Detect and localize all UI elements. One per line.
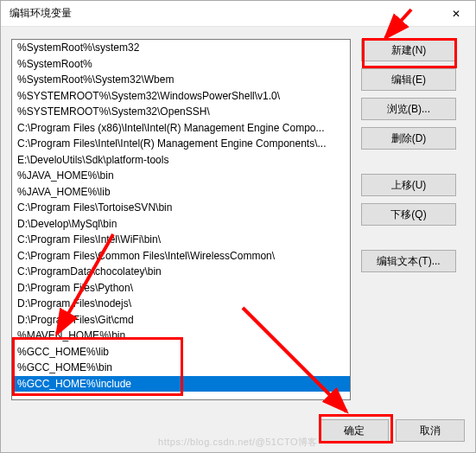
list-item[interactable]: D:\Program Files\nodejs\: [12, 296, 350, 312]
edit-text-button-label: 编辑文本(T)...: [377, 254, 440, 269]
cancel-button-label: 取消: [420, 424, 441, 438]
list-item[interactable]: D:\Program Files\Python\: [12, 280, 350, 297]
dialog-footer: 确定 取消: [320, 419, 465, 442]
list-item[interactable]: D:\Program Files\Git\cmd: [12, 312, 350, 329]
close-button[interactable]: ✕: [437, 1, 475, 27]
move-down-button[interactable]: 下移(Q): [361, 203, 456, 226]
list-item[interactable]: %SystemRoot%\system32: [12, 40, 350, 56]
list-item[interactable]: %GCC_HOME%\lib: [12, 344, 350, 360]
list-item[interactable]: %MAVEN_HOME%\bin: [12, 328, 350, 344]
list-item[interactable]: E:\DeveloUtils\Sdk\platform-tools: [12, 152, 350, 169]
path-listbox[interactable]: %SystemRoot%\system32%SystemRoot%%System…: [11, 39, 351, 400]
delete-button[interactable]: 删除(D): [361, 127, 456, 150]
titlebar: 编辑环境变量 ✕: [1, 1, 475, 27]
edit-button-label: 编辑(E): [391, 73, 426, 87]
new-button[interactable]: 新建(N): [361, 39, 456, 61]
window-title: 编辑环境变量: [10, 6, 72, 21]
edit-text-button[interactable]: 编辑文本(T)...: [361, 250, 456, 272]
list-item[interactable]: %SYSTEMROOT%\System32\OpenSSH\: [12, 104, 350, 120]
button-sidebar: 新建(N) 编辑(E) 浏览(B)... 删除(D) 上移(U) 下移(Q) 编…: [361, 39, 456, 400]
new-button-label: 新建(N): [391, 43, 427, 58]
delete-button-label: 删除(D): [391, 131, 427, 146]
content-area: %SystemRoot%\system32%SystemRoot%%System…: [1, 27, 475, 409]
move-up-button-label: 上移(U): [391, 178, 427, 193]
list-item[interactable]: %SystemRoot%: [12, 56, 350, 73]
list-item[interactable]: %GCC_HOME%\include: [12, 376, 350, 392]
list-item[interactable]: %GCC_HOME%\bin: [12, 360, 350, 376]
move-up-button[interactable]: 上移(U): [361, 174, 456, 196]
close-icon: ✕: [452, 8, 460, 20]
list-item[interactable]: C:\Program Files\TortoiseSVN\bin: [12, 200, 350, 216]
list-item[interactable]: C:\Program Files\Common Files\Intel\Wire…: [12, 248, 350, 265]
list-item[interactable]: C:\ProgramData\chocolatey\bin: [12, 264, 350, 280]
ok-button[interactable]: 确定: [320, 419, 389, 442]
list-item[interactable]: C:\Program Files (x86)\Intel\Intel(R) Ma…: [12, 120, 350, 137]
list-item[interactable]: %SystemRoot%\System32\Wbem: [12, 72, 350, 88]
list-item[interactable]: %JAVA_HOME%\lib: [12, 184, 350, 201]
cancel-button[interactable]: 取消: [396, 419, 465, 442]
list-item[interactable]: C:\Program Files\Intel\Intel(R) Manageme…: [12, 136, 350, 152]
list-item[interactable]: %JAVA_HOME%\bin: [12, 168, 350, 184]
browse-button-label: 浏览(B)...: [387, 102, 430, 117]
list-item[interactable]: %SYSTEMROOT%\System32\WindowsPowerShell\…: [12, 88, 350, 105]
edit-button[interactable]: 编辑(E): [361, 68, 456, 91]
list-item[interactable]: C:\Program Files\Intel\WiFi\bin\: [12, 232, 350, 248]
watermark-text: https://blog.csdn.net/@51CTO博客: [158, 436, 318, 449]
ok-button-label: 确定: [344, 424, 365, 438]
move-down-button-label: 下移(Q): [390, 207, 426, 222]
list-item[interactable]: D:\Develop\MySql\bin: [12, 216, 350, 233]
browse-button[interactable]: 浏览(B)...: [361, 98, 456, 120]
